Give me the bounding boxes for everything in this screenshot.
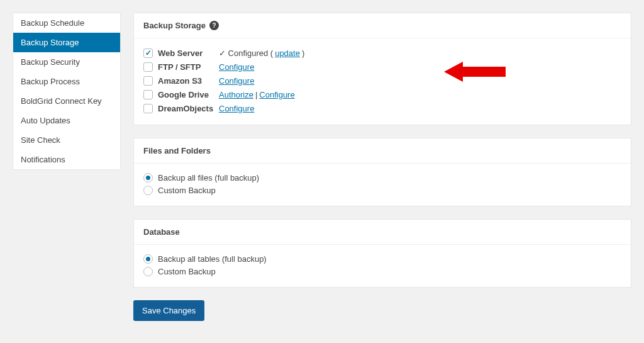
radio-label: Custom Backup bbox=[158, 186, 216, 195]
update-link[interactable]: update bbox=[275, 48, 300, 58]
checkbox-dreamobjects[interactable] bbox=[143, 104, 153, 113]
storage-row-ftp: FTP / SFTP Configure bbox=[143, 60, 621, 74]
status-text: ✓ Configured ( bbox=[219, 48, 273, 58]
checkbox-ftp[interactable] bbox=[143, 62, 153, 72]
radio-db-full[interactable] bbox=[143, 254, 153, 264]
files-option-full[interactable]: Backup all files (full backup) bbox=[143, 171, 621, 184]
backup-storage-panel: Backup Storage ? Web Server ✓ Configured… bbox=[133, 13, 631, 125]
panel-header-files: Files and Folders bbox=[134, 138, 631, 164]
configure-link-s3[interactable]: Configure bbox=[219, 76, 254, 86]
storage-row-gdrive: Google Drive Authorize | Configure bbox=[143, 87, 621, 101]
radio-label: Backup all files (full backup) bbox=[158, 173, 259, 183]
sidebar-item-backup-schedule[interactable]: Backup Schedule bbox=[13, 13, 120, 33]
files-option-custom[interactable]: Custom Backup bbox=[143, 184, 621, 196]
database-panel: Database Backup all tables (full backup)… bbox=[133, 219, 631, 288]
save-button[interactable]: Save Changes bbox=[133, 300, 204, 321]
panel-title: Backup Storage bbox=[143, 21, 206, 30]
sidebar-item-backup-security[interactable]: Backup Security bbox=[13, 52, 120, 72]
panel-header-database: Database bbox=[134, 220, 631, 245]
sidebar-item-site-check[interactable]: Site Check bbox=[13, 130, 120, 150]
configure-link-dreamobjects[interactable]: Configure bbox=[219, 104, 254, 113]
sidebar-item-backup-storage[interactable]: Backup Storage bbox=[13, 33, 120, 52]
sidebar-item-backup-process[interactable]: Backup Process bbox=[13, 72, 120, 91]
files-folders-panel: Files and Folders Backup all files (full… bbox=[133, 138, 631, 206]
storage-label: DreamObjects bbox=[158, 104, 213, 113]
sidebar-item-auto-updates[interactable]: Auto Updates bbox=[13, 111, 120, 130]
checkbox-web-server[interactable] bbox=[143, 48, 153, 58]
configure-link-ftp[interactable]: Configure bbox=[219, 62, 254, 72]
status-suffix: ) bbox=[302, 48, 304, 58]
database-option-full[interactable]: Backup all tables (full backup) bbox=[143, 252, 621, 265]
sidebar-item-boldgrid-connect-key[interactable]: BoldGrid Connect Key bbox=[13, 91, 120, 111]
database-option-custom[interactable]: Custom Backup bbox=[143, 265, 621, 278]
storage-label: Google Drive bbox=[158, 90, 209, 99]
radio-db-custom[interactable] bbox=[143, 267, 153, 276]
help-icon[interactable]: ? bbox=[209, 21, 219, 30]
main-content: Backup Storage ? Web Server ✓ Configured… bbox=[133, 13, 631, 321]
settings-sidebar: Backup Schedule Backup Storage Backup Se… bbox=[13, 13, 121, 170]
storage-label: Amazon S3 bbox=[158, 76, 202, 86]
sidebar-item-notifications[interactable]: Notifications bbox=[13, 150, 120, 169]
storage-row-s3: Amazon S3 Configure bbox=[143, 74, 621, 87]
configure-link-gdrive[interactable]: Configure bbox=[259, 90, 294, 99]
storage-row-web-server: Web Server ✓ Configured (update) bbox=[143, 46, 621, 60]
radio-label: Backup all tables (full backup) bbox=[158, 254, 267, 264]
authorize-link-gdrive[interactable]: Authorize bbox=[219, 90, 253, 99]
storage-label: FTP / SFTP bbox=[158, 62, 201, 72]
radio-label: Custom Backup bbox=[158, 267, 216, 276]
storage-label: Web Server bbox=[158, 48, 203, 58]
panel-title: Database bbox=[143, 227, 180, 237]
separator: | bbox=[255, 90, 257, 99]
panel-title: Files and Folders bbox=[143, 146, 211, 155]
radio-files-custom[interactable] bbox=[143, 186, 153, 195]
panel-header-storage: Backup Storage ? bbox=[134, 13, 631, 38]
radio-files-full[interactable] bbox=[143, 173, 153, 183]
checkbox-gdrive[interactable] bbox=[143, 90, 153, 99]
checkbox-s3[interactable] bbox=[143, 76, 153, 86]
storage-row-dreamobjects: DreamObjects Configure bbox=[143, 101, 621, 115]
